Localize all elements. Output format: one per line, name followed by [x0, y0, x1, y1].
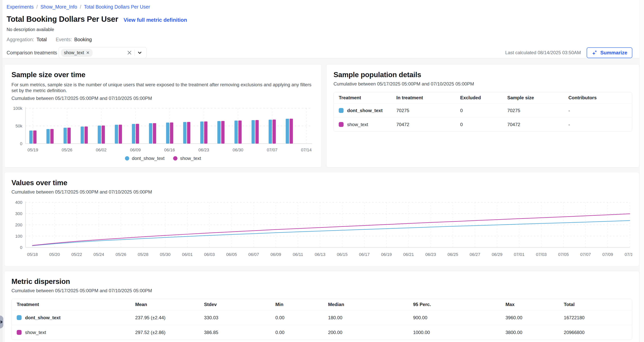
view-metric-definition-link[interactable]: View full metric definition — [124, 17, 187, 23]
table-header-row: TreatmentIn treatmentExcludedSample size… — [334, 92, 632, 104]
svg-text:06/16: 06/16 — [164, 148, 175, 152]
metric-meta-row: Aggregation: Total Events: Booking — [6, 36, 632, 42]
sidebar-expand-button[interactable] — [0, 316, 3, 328]
chevron-down-icon[interactable] — [136, 49, 144, 56]
svg-text:05/18: 05/18 — [27, 252, 38, 257]
treatment-chip-label: show_text — [64, 50, 84, 56]
breadcrumb-experiments[interactable]: Experiments — [6, 4, 34, 10]
breadcrumb-metric-name[interactable]: Total Booking Dollars Per User — [84, 4, 150, 10]
svg-text:07/14: 07/14 — [301, 148, 312, 152]
svg-text:07/07: 07/07 — [267, 148, 278, 152]
column-header: 95 Perc. — [408, 302, 500, 307]
column-header: Excluded — [455, 95, 502, 100]
page-header: Experiments / Show_More_Info / Total Boo… — [2, 0, 639, 58]
chip-remove-icon[interactable] — [86, 51, 90, 54]
svg-text:400: 400 — [15, 200, 22, 205]
comparison-treatments-select[interactable]: show_text — [59, 47, 146, 58]
table-row: show_text297.52 (±2.86)386.850.00200.001… — [12, 325, 632, 340]
column-header: Max — [500, 302, 559, 307]
svg-text:06/05: 06/05 — [226, 252, 237, 257]
sample-size-subtitle: Cumulative between 05/17/2025 05:00PM an… — [12, 96, 314, 101]
svg-text:05/20: 05/20 — [49, 252, 60, 257]
table-cell: 70472 — [502, 122, 563, 127]
sample-size-title: Sample size over time — [12, 70, 314, 79]
treatment-chip[interactable]: show_text — [61, 49, 93, 57]
sample-population-title: Sample population details — [334, 70, 632, 79]
table-cell: 70275 — [502, 108, 563, 113]
svg-text:06/27: 06/27 — [470, 252, 480, 257]
table-cell: 297.52 (±2.86) — [130, 330, 199, 335]
svg-text:06/03: 06/03 — [204, 252, 215, 257]
chart-legend: dont_show_text show_text — [12, 156, 314, 161]
column-header: Min — [270, 302, 323, 307]
values-over-time-title: Values over time — [12, 178, 632, 187]
svg-text:07/03: 07/03 — [536, 252, 547, 257]
collapsed-sidebar-rail — [0, 0, 2, 342]
legend-dot-control — [125, 156, 129, 160]
table-cell: 16722180 — [559, 315, 632, 320]
column-header: In treatment — [391, 95, 455, 100]
sample-population-table: TreatmentIn treatmentExcludedSample size… — [334, 92, 632, 132]
header-right-group: Last calculated 08/14/2025 03:50AM Summa… — [505, 48, 632, 58]
svg-text:06/01: 06/01 — [182, 252, 192, 257]
select-divider — [134, 50, 135, 56]
column-header: Sample size — [502, 95, 563, 100]
svg-text:07/07: 07/07 — [580, 252, 591, 257]
treatment-name: show_text — [347, 122, 368, 127]
summarize-button[interactable]: Summarize — [587, 48, 632, 58]
metric-description: No description available — [6, 27, 632, 32]
table-cell: 900.00 — [408, 315, 500, 320]
table-cell: 70472 — [391, 122, 455, 127]
comparison-treatments-label: Comparison treatments — [6, 50, 59, 56]
table-cell: 386.85 — [199, 330, 270, 335]
svg-text:06/13: 06/13 — [315, 252, 326, 257]
svg-text:05/26: 05/26 — [116, 252, 126, 257]
table-cell: 237.95 (±2.44) — [130, 315, 199, 320]
expand-arrow-icon — [0, 320, 3, 324]
svg-text:07/05: 07/05 — [558, 252, 569, 257]
legend-dot-test — [173, 156, 178, 160]
svg-text:100: 100 — [15, 234, 22, 238]
metric-detail-page: Experiments / Show_More_Info / Total Boo… — [2, 0, 639, 342]
values-over-time-card: Values over time Cumulative between 05/1… — [4, 172, 639, 266]
page-scrollbar[interactable] — [639, 0, 644, 342]
treatment-color-swatch — [339, 108, 344, 113]
treatment-name: dont_show_text — [25, 315, 61, 320]
column-header: Treatment — [334, 95, 391, 100]
svg-text:06/15: 06/15 — [337, 252, 348, 257]
sparkles-icon — [592, 50, 598, 56]
clear-selection-icon[interactable] — [126, 49, 133, 56]
legend-item-control: dont_show_text — [125, 156, 164, 161]
svg-text:06/11: 06/11 — [293, 252, 303, 257]
title-row: Total Booking Dollars Per User View full… — [6, 14, 632, 24]
svg-text:06/23: 06/23 — [198, 148, 209, 152]
table-cell: 0 — [455, 108, 502, 113]
summarize-label: Summarize — [600, 50, 627, 56]
svg-text:07/09: 07/09 — [602, 252, 613, 257]
svg-text:05/30: 05/30 — [160, 252, 170, 257]
values-over-time-subtitle: Cumulative between 05/17/2025 05:00PM an… — [12, 189, 632, 195]
svg-text:06/30: 06/30 — [232, 148, 243, 152]
column-header: Mean — [130, 302, 199, 307]
metric-dispersion-subtitle: Cumulative between 05/17/2025 05:00PM an… — [12, 288, 632, 294]
svg-text:06/23: 06/23 — [426, 252, 436, 257]
sample-population-subtitle: Cumulative between 05/17/2025 05:00PM an… — [334, 81, 632, 87]
svg-text:50k: 50k — [16, 124, 22, 128]
breadcrumb-experiment-name[interactable]: Show_More_Info — [40, 4, 77, 10]
svg-text:05/19: 05/19 — [28, 148, 38, 152]
svg-text:06/21: 06/21 — [403, 252, 414, 257]
values-over-time-chart: 010020030040005/1805/2005/2205/2405/2605… — [12, 198, 632, 259]
svg-text:07/01: 07/01 — [514, 252, 524, 257]
svg-text:300: 300 — [15, 211, 22, 216]
svg-text:07/11: 07/11 — [624, 252, 632, 257]
table-cell: 0.00 — [270, 330, 323, 335]
table-row: show_text70472070472- — [334, 117, 632, 131]
breadcrumb-separator: / — [36, 4, 38, 10]
events-value: Booking — [74, 36, 92, 42]
treatment-name: show_text — [25, 330, 46, 335]
treatment-color-swatch — [17, 315, 22, 320]
table-cell: 3960.00 — [500, 315, 559, 320]
svg-text:200: 200 — [15, 222, 22, 227]
svg-text:06/25: 06/25 — [448, 252, 458, 257]
svg-text:06/09: 06/09 — [270, 252, 281, 257]
